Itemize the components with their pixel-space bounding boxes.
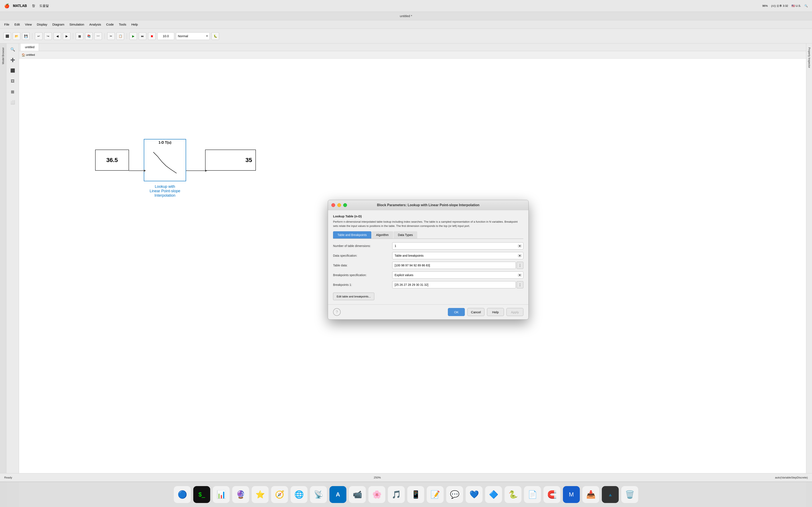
toolbar-new-btn[interactable]: ⬛ [3,32,11,40]
time-display: (사) 오후 3:32 [771,4,788,8]
app-name: MATLAB [13,4,27,8]
dock-vscode[interactable]: 💙 [466,486,483,503]
menu-simulation[interactable]: Simulation [69,22,84,26]
dock-simulator[interactable]: 📱 [407,486,424,503]
toolbar-save-btn[interactable]: 💾 [22,32,30,40]
menu-file[interactable]: File [4,22,9,26]
zoom-input[interactable] [157,32,174,40]
dock-chrome[interactable]: 🌐 [291,486,307,503]
block-params-dialog: Block Parameters: Lookup with Linear Poi… [328,200,529,320]
menu-tools[interactable]: Tools [119,22,126,26]
breadcrumb-path[interactable]: untitled [26,53,35,56]
search-menubar-icon[interactable]: 🔍 [804,4,808,7]
help-menu[interactable]: 도움말 [39,4,49,8]
tab-table-breakpoints[interactable]: Table and Breakpoints [333,231,371,238]
toolbar-nav-back-btn[interactable]: ◀ [53,32,61,40]
dialog-tabs: Table and Breakpoints Algorithm Data Typ… [333,231,523,239]
menu-help[interactable]: Help [131,22,138,26]
model-browser-sidebar: Model Browser [0,44,6,507]
toolbar-sep-3 [104,33,105,39]
tab-data-types[interactable]: Data Types [394,231,417,238]
lookup-title: 1-D T(u) [159,139,171,145]
toolbar-play-btn[interactable]: ▶ [130,32,137,40]
apply-button[interactable]: Apply [506,308,523,316]
toolbar-stop-btn[interactable]: ⏹ [148,32,156,40]
bp1-input[interactable] [392,281,516,288]
close-button[interactable] [332,203,335,207]
toolbar-nav-fwd-btn[interactable]: ▶ [63,32,70,40]
dock-airdrop[interactable]: ⟁ [602,486,619,503]
table-data-input[interactable] [392,262,516,269]
dock-star[interactable]: ⭐ [252,486,268,503]
output-block[interactable]: 35 [205,150,256,171]
lookup-label: Lookup with Linear Point-slope Interpola… [150,184,180,198]
grid-icon[interactable]: ▦ [8,88,17,96]
dialog-title: Block Parameters: Lookup with Linear Poi… [332,203,525,207]
dock-safari[interactable]: 🧭 [271,486,288,503]
fit-icon[interactable]: ⬛ [8,66,17,75]
dock-trash[interactable]: 🗑️ [621,486,638,503]
dock-slack[interactable]: 💬 [446,486,463,503]
dock-music[interactable]: 🎵 [388,486,405,503]
menu-view[interactable]: View [25,22,32,26]
dock-appstore[interactable]: A [329,486,346,503]
dock-toodledo[interactable]: 📝 [427,486,444,503]
simulation-mode-select[interactable]: Normal Accelerator Rapid Accelerator [176,32,210,40]
toolbar-open-btn[interactable]: 📂 [13,32,20,40]
table-data-menu-btn[interactable]: ⋮ [517,262,523,269]
rect-icon[interactable]: ⬜ [8,98,17,107]
menu-display[interactable]: Display [37,22,47,26]
table-data-label: Table data: [333,264,392,267]
tab-algorithm[interactable]: Algorithm [372,231,393,238]
dock-magnet[interactable]: 🧲 [544,486,560,503]
num-dimensions-select[interactable]: 1 2 3 [392,242,523,249]
tab-untitled[interactable]: untitled [21,44,39,51]
dock-downloads[interactable]: 📥 [582,486,599,503]
dock-word[interactable]: 📄 [524,486,541,503]
bp1-menu-btn[interactable]: ⋮ [517,281,523,288]
menu-edit[interactable]: Edit [14,22,20,26]
menu-analysis[interactable]: Analysis [89,22,101,26]
dock-siri[interactable]: 🔮 [232,486,249,503]
canvas-area: untitled 🏠 untitled 36.5 1-D T(u) [19,44,806,507]
toolbar-paste-btn[interactable]: 📋 [116,32,124,40]
data-spec-select[interactable]: Table and breakpoints Lookup table objec… [392,252,523,259]
window-menu[interactable]: 창 [32,4,35,8]
ok-button[interactable]: OK [448,308,465,316]
toolbar-cut-btn[interactable]: ✂ [107,32,115,40]
dock-terminal[interactable]: $_ [193,486,210,503]
model-browser-label[interactable]: Model Browser [2,47,5,64]
apple-menu[interactable]: 🍎 [4,3,9,8]
toolbar-undo-btn[interactable]: ↩ [35,32,43,40]
dock-finder[interactable]: 🔵 [174,486,191,503]
menu-diagram[interactable]: Diagram [52,22,64,26]
toolbar-block-btn[interactable]: ▦ [76,32,83,40]
image-icon[interactable]: 🖼 [8,77,17,86]
dock-gem[interactable]: 🔷 [485,486,502,503]
dock-facetime[interactable]: 📹 [349,486,366,503]
dock-mattermost[interactable]: M [563,486,580,503]
toolbar-redo-btn[interactable]: ↪ [44,32,52,40]
toolbar-step-btn[interactable]: ⏭ [139,32,146,40]
maximize-button[interactable] [343,203,347,207]
minimize-button[interactable] [337,203,341,207]
help-button[interactable]: Help [487,308,504,316]
toolbar-signal-btn[interactable]: 〰 [94,32,102,40]
zoom-fit-icon[interactable]: 🔍 [8,45,17,54]
bp-spec-select[interactable]: Explicit values Even spacing [392,272,523,279]
right-inspector: Property Inspector [806,44,812,507]
edit-table-btn[interactable]: Edit table and breakpoints... [333,293,374,300]
add-block-icon[interactable]: ➕ [8,56,17,64]
constant-block[interactable]: 36.5 [95,150,129,171]
toolbar-debug-btn[interactable]: 🐛 [211,32,219,40]
dock-photos[interactable]: 🌸 [368,486,385,503]
menu-code[interactable]: Code [106,22,114,26]
lookup-block[interactable]: 1-D T(u) Lookup with Linear Point-slope … [144,139,186,181]
dock-activity[interactable]: 📊 [213,486,230,503]
dock-pycharm[interactable]: 🐍 [505,486,521,503]
cancel-button[interactable]: Cancel [467,308,485,316]
num-dimensions-row: Number of table dimensions: 1 2 3 ▼ [333,242,523,249]
toolbar-lib-btn[interactable]: 📚 [85,32,93,40]
help-icon[interactable]: ? [333,308,341,316]
dock-transmit[interactable]: 📡 [310,486,327,503]
